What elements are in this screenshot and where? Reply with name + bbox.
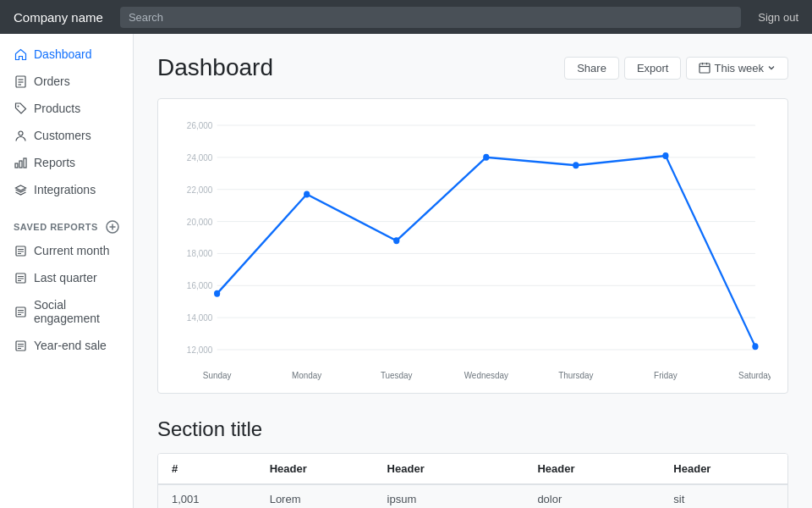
col-header-3: Header — [524, 454, 660, 484]
svg-text:18,000: 18,000 — [187, 249, 213, 259]
sidebar-item-reports[interactable]: Reports — [0, 149, 133, 176]
svg-text:26,000: 26,000 — [187, 121, 213, 131]
receipt-icon — [14, 75, 27, 88]
table-row: 1,001Loremipsumdolorsit — [158, 484, 787, 508]
saved-report-year-end-sale[interactable]: Year-end sale — [0, 332, 133, 359]
svg-text:Monday: Monday — [292, 371, 322, 381]
chart-dot — [483, 154, 489, 161]
sidebar: DashboardOrdersProductsCustomersReportsI… — [0, 34, 134, 508]
col-header-2: Header — [374, 454, 524, 484]
cell-0-4: sit — [660, 484, 787, 508]
tag-icon — [14, 102, 27, 115]
search-container — [120, 7, 741, 28]
table-header-row: #HeaderHeaderHeaderHeader — [158, 454, 787, 484]
svg-text:22,000: 22,000 — [187, 185, 213, 195]
calendar-icon — [699, 62, 710, 74]
saved-reports-section: SAVED REPORTS — [0, 210, 133, 237]
svg-marker-9 — [15, 185, 25, 190]
chart-dot — [662, 152, 668, 159]
svg-rect-29 — [700, 64, 710, 73]
cell-0-2: ipsum — [374, 484, 524, 508]
chart-container: 26,00024,00022,00020,00018,00016,00014,0… — [157, 98, 788, 394]
week-picker-button[interactable]: This week — [686, 57, 788, 80]
doc-icon — [14, 305, 27, 318]
svg-text:Saturday: Saturday — [738, 371, 771, 381]
saved-report-social-engagement[interactable]: Social engagement — [0, 291, 133, 332]
chart-dots — [214, 152, 759, 350]
sidebar-label-products: Products — [34, 102, 80, 115]
svg-text:12,000: 12,000 — [187, 345, 213, 356]
svg-text:16,000: 16,000 — [187, 281, 213, 291]
signout-button[interactable]: Sign out — [758, 11, 798, 24]
svg-text:Sunday: Sunday — [203, 371, 232, 381]
chart-dot — [752, 343, 758, 350]
sidebar-item-products[interactable]: Products — [0, 95, 133, 122]
svg-rect-8 — [24, 158, 26, 168]
saved-report-last-quarter[interactable]: Last quarter — [0, 264, 133, 291]
chevron-down-icon — [767, 64, 776, 72]
bar-chart-icon — [14, 156, 27, 169]
sidebar-label-orders: Orders — [34, 75, 70, 88]
search-input[interactable] — [120, 7, 741, 28]
brand-name: Company name — [14, 10, 103, 25]
cell-0-1: Lorem — [256, 484, 374, 508]
page-title: Dashboard — [157, 54, 273, 81]
svg-text:Tuesday: Tuesday — [381, 371, 413, 381]
sidebar-item-integrations[interactable]: Integrations — [0, 176, 133, 203]
person-icon — [14, 129, 27, 142]
saved-report-label-current-month: Current month — [34, 244, 109, 257]
svg-text:Thursday: Thursday — [558, 371, 594, 381]
export-button[interactable]: Export — [624, 57, 682, 80]
home-icon — [14, 47, 27, 61]
doc-icon — [14, 339, 27, 352]
svg-rect-7 — [19, 161, 22, 168]
chart-dot — [393, 237, 399, 244]
sidebar-item-dashboard[interactable]: Dashboard — [0, 41, 133, 68]
sidebar-label-integrations: Integrations — [34, 183, 96, 196]
saved-report-label-year-end-sale: Year-end sale — [34, 339, 107, 352]
sidebar-label-dashboard: Dashboard — [34, 47, 92, 61]
svg-text:Wednesday: Wednesday — [464, 371, 509, 381]
saved-report-label-last-quarter: Last quarter — [34, 271, 97, 284]
table-body: 1,001Loremipsumdolorsit1,002ametconsecte… — [158, 484, 787, 508]
y-axis: 26,00024,00022,00020,00018,00016,00014,0… — [187, 121, 755, 356]
col-header-4: Header — [660, 454, 787, 484]
doc-icon — [14, 271, 27, 284]
svg-text:24,000: 24,000 — [187, 152, 213, 163]
table-head: #HeaderHeaderHeaderHeader — [158, 454, 787, 484]
col-header-0: # — [158, 454, 256, 484]
chart-dot — [573, 162, 579, 168]
sidebar-label-customers: Customers — [34, 129, 91, 142]
saved-report-current-month[interactable]: Current month — [0, 237, 133, 264]
svg-point-5 — [19, 131, 23, 135]
sidebar-item-orders[interactable]: Orders — [0, 68, 133, 95]
layers-icon — [14, 183, 27, 196]
data-table: #HeaderHeaderHeaderHeader 1,001Loremipsu… — [158, 454, 787, 508]
svg-text:Friday: Friday — [654, 371, 678, 381]
col-header-1: Header — [256, 454, 374, 484]
share-button[interactable]: Share — [564, 57, 619, 80]
section-title: Section title — [157, 417, 788, 441]
chart-dot — [304, 190, 310, 197]
header-actions: Share Export This week — [564, 57, 788, 80]
sidebar-item-customers[interactable]: Customers — [0, 122, 133, 149]
line-chart: 26,00024,00022,00020,00018,00016,00014,0… — [175, 113, 771, 384]
add-report-button[interactable] — [106, 220, 119, 234]
x-axis: SundayMondayTuesdayWednesdayThursdayFrid… — [203, 371, 771, 381]
svg-rect-6 — [15, 163, 18, 168]
svg-text:20,000: 20,000 — [187, 217, 213, 227]
layout: DashboardOrdersProductsCustomersReportsI… — [0, 34, 812, 508]
table-container: #HeaderHeaderHeaderHeader 1,001Loremipsu… — [157, 453, 788, 508]
sidebar-label-reports: Reports — [34, 156, 75, 169]
saved-reports-list: Current monthLast quarterSocial engageme… — [0, 237, 133, 359]
saved-reports-label: SAVED REPORTS — [14, 222, 98, 232]
chart-dot — [214, 290, 220, 297]
cell-0-3: dolor — [524, 484, 660, 508]
svg-point-4 — [17, 105, 19, 107]
main-content: Dashboard Share Export This week — [134, 34, 812, 508]
cell-0-0: 1,001 — [158, 484, 256, 508]
week-label: This week — [714, 62, 764, 75]
topbar: Company name Sign out — [0, 0, 812, 34]
svg-text:14,000: 14,000 — [187, 313, 213, 323]
sidebar-nav: DashboardOrdersProductsCustomersReportsI… — [0, 34, 133, 210]
